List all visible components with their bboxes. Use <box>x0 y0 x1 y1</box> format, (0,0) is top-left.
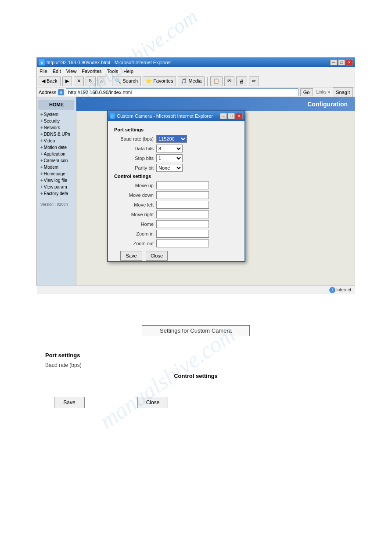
browser-menubar: File Edit View Favorites Tools Help <box>37 67 355 75</box>
sidebar-version: Version : 0200h <box>39 200 74 208</box>
doc-port-settings-heading: Port settings <box>45 352 355 359</box>
data-bits-row: Data bits 8 7 <box>114 145 238 152</box>
snagit-button[interactable]: SnagIt <box>333 87 353 97</box>
main-content: Configuration e Custom Camera - Microsof… <box>76 97 355 285</box>
edit-button[interactable]: ✏ <box>249 76 259 86</box>
dialog-minimize-button[interactable]: ─ <box>220 113 227 119</box>
dialog-maximize-button[interactable]: □ <box>228 113 235 119</box>
move-down-row: Move down <box>114 191 238 199</box>
sidebar-item-camera[interactable]: + Camera con <box>39 157 74 164</box>
baud-rate-select[interactable]: 115200 57600 38400 <box>156 135 187 143</box>
dialog-title-text: e Custom Camera - Microsoft Internet Exp… <box>110 113 213 119</box>
parity-bit-row: Parity bit None Odd Even <box>114 164 238 172</box>
sidebar-plus-factory: + <box>40 191 43 196</box>
control-settings-heading: Control settings <box>114 174 238 179</box>
titlebar-controls: ─ □ ✕ <box>330 59 353 65</box>
zoom-in-row: Zoom in <box>114 230 238 238</box>
sidebar-item-ddns-label: DDNS & UPn <box>44 132 70 137</box>
forward-button[interactable]: ▶ <box>62 76 72 86</box>
sidebar-plus-security: + <box>40 119 43 123</box>
go-button[interactable]: Go <box>300 88 313 96</box>
media-button[interactable]: 🎵 Media <box>178 76 205 86</box>
zoom-out-label: Zoom out <box>114 241 154 246</box>
menu-tools[interactable]: Tools <box>107 69 119 74</box>
dialog-save-button[interactable]: Save <box>120 251 142 261</box>
history-button[interactable]: 📋 <box>210 76 223 86</box>
menu-view[interactable]: View <box>66 69 77 74</box>
port-settings-heading: Port settings <box>114 127 238 132</box>
internet-icon: i <box>329 287 335 293</box>
menu-file[interactable]: File <box>40 69 47 74</box>
print-button[interactable]: 🖨 <box>236 76 247 86</box>
move-right-row: Move right <box>114 210 238 218</box>
doc-buttons: Save Close <box>36 397 355 408</box>
zoom-in-label: Zoom in <box>114 231 154 236</box>
status-internet: i Internet <box>329 287 351 293</box>
search-button[interactable]: 🔍 Search <box>112 76 141 86</box>
back-button[interactable]: ◀ Back <box>39 76 61 86</box>
sidebar-item-modem-label: Modem <box>44 165 58 170</box>
dialog-close-footer-button[interactable]: Close <box>146 251 168 261</box>
home-button[interactable]: ⌂ <box>97 76 107 86</box>
move-up-label: Move up <box>114 183 154 188</box>
sidebar-item-motion[interactable]: + Motion dete <box>39 144 74 151</box>
sidebar-plus-camera: + <box>40 158 43 163</box>
doc-save-button[interactable]: Save <box>54 397 85 408</box>
dialog-close-button[interactable]: ✕ <box>236 113 243 119</box>
sidebar-item-homepage-label: Homepage l <box>44 171 68 176</box>
menu-favorites[interactable]: Favorites <box>82 69 101 74</box>
move-up-input[interactable] <box>156 181 209 189</box>
move-right-input[interactable] <box>156 210 209 218</box>
sidebar-plus-modem: + <box>40 165 43 170</box>
zoom-in-input[interactable] <box>156 230 209 238</box>
close-button[interactable]: ✕ <box>346 59 353 65</box>
refresh-button[interactable]: ↻ <box>86 76 96 86</box>
sidebar-item-ddns[interactable]: + DDNS & UPn <box>39 131 74 138</box>
doc-title-box-wrapper: Settings for Custom Camera <box>36 325 355 345</box>
move-left-input[interactable] <box>156 201 209 209</box>
menu-help[interactable]: Help <box>123 69 133 74</box>
home-input[interactable] <box>156 220 209 228</box>
minimize-button[interactable]: ─ <box>330 59 337 65</box>
sidebar-plus-motion: + <box>40 145 43 150</box>
sidebar-item-homepage[interactable]: + Homepage l <box>39 170 74 177</box>
sidebar-home[interactable]: HOME <box>39 100 74 109</box>
browser-title: e http://192.168.0.90/index.html - Micro… <box>39 59 171 65</box>
sidebar-item-system[interactable]: + System <box>39 111 74 118</box>
dialog-footer: Save Close <box>114 251 238 261</box>
sidebar-item-network[interactable]: + Network <box>39 124 74 131</box>
address-input[interactable] <box>66 88 298 96</box>
sidebar-item-factory[interactable]: + Factory defa <box>39 190 74 197</box>
address-label: Address <box>39 90 56 95</box>
maximize-button[interactable]: □ <box>338 59 345 65</box>
zoom-out-row: Zoom out <box>114 239 238 247</box>
doc-close-button[interactable]: Close <box>137 397 168 408</box>
mail-button[interactable]: ✉ <box>224 76 234 86</box>
stop-bits-label: Stop bits <box>114 156 154 161</box>
sidebar-item-network-label: Network <box>44 125 60 130</box>
stop-bits-select[interactable]: 1 2 <box>156 154 183 162</box>
doc-control-settings-heading: Control settings <box>36 373 355 379</box>
sidebar-item-system-label: System <box>44 112 58 117</box>
dialog-title-label: Custom Camera - Microsoft Internet Explo… <box>117 113 213 119</box>
parity-bit-label: Parity bit <box>114 165 154 170</box>
browser-content: HOME + System + Security + Network + DDN… <box>37 97 355 285</box>
sidebar-item-security[interactable]: + Security <box>39 118 74 124</box>
menu-edit[interactable]: Edit <box>53 69 61 74</box>
sidebar-item-application[interactable]: + Application <box>39 151 74 157</box>
config-header: Configuration <box>76 97 355 111</box>
move-down-input[interactable] <box>156 191 209 199</box>
data-bits-select[interactable]: 8 7 <box>156 145 183 152</box>
sidebar-item-viewlog[interactable]: + View log file <box>39 177 74 184</box>
doc-baud-rate-label: Baud rate (bps) <box>45 362 355 368</box>
parity-bit-select[interactable]: None Odd Even <box>156 164 183 172</box>
sidebar-item-viewparam[interactable]: + View param <box>39 184 74 190</box>
stop-button[interactable]: ✕ <box>74 76 84 86</box>
sidebar-item-modem[interactable]: + Modem <box>39 164 74 170</box>
favorites-button[interactable]: ⭐ Favorites <box>143 76 176 86</box>
zoom-out-input[interactable] <box>156 239 209 247</box>
sidebar-item-video-label: Video <box>44 138 55 143</box>
move-right-label: Move right <box>114 212 154 217</box>
sidebar-item-video[interactable]: + Video <box>39 138 74 144</box>
home-label: Home <box>114 221 154 227</box>
